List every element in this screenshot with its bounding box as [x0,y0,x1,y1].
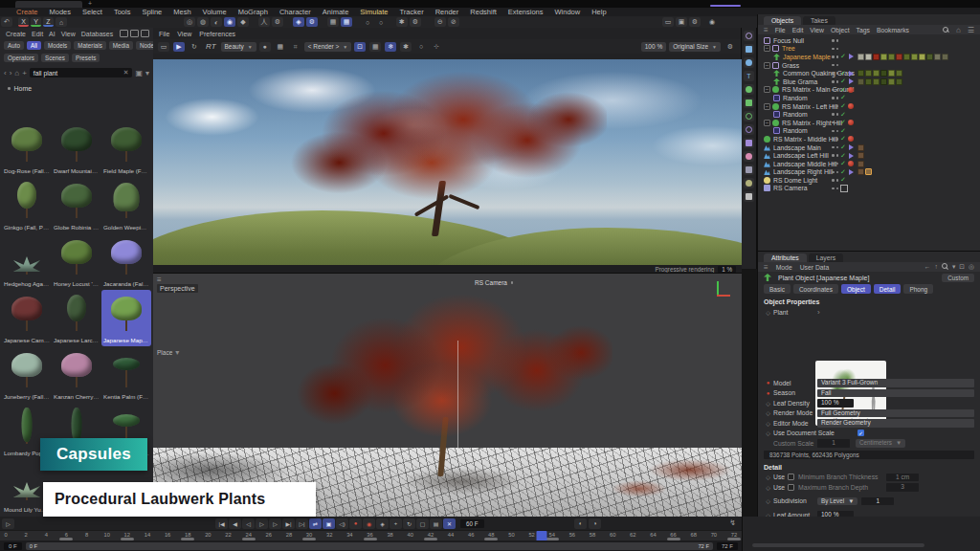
object-tree-row[interactable]: − Focus Null ✓ [758,36,980,45]
menu-item[interactable]: Tools [109,8,136,16]
enabled-check-icon[interactable]: ✓ [840,135,846,143]
filter-icon[interactable]: ▾ [952,263,955,271]
softbody-icon[interactable]: ◐ [211,17,222,27]
object-tree-row[interactable]: − Landscape Middle Hill ✓ [758,160,980,168]
asset-menu-item[interactable]: View [61,31,76,37]
menu-item[interactable]: Select [78,8,107,16]
new-tab-button[interactable]: + [88,0,92,7]
menu-item[interactable]: Help [587,8,611,16]
material-swatches[interactable] [858,70,902,77]
character-icon[interactable]: 人 [258,17,270,27]
redshift-tag-icon[interactable] [848,161,854,166]
cloth-icon[interactable]: ◍ [197,17,209,27]
target-icon[interactable]: ◎ [969,263,974,271]
character-settings-icon[interactable]: ⚙ [272,17,283,27]
forward-icon[interactable]: › [10,69,12,77]
disable-icon[interactable]: ⊘ [448,17,459,27]
asset-filter-tab[interactable]: All [27,41,41,50]
circle-select-icon[interactable]: ○ [415,42,427,52]
key-icon[interactable]: ◇ [766,484,770,491]
render-slot-dropdown[interactable]: < Render >▼ [304,42,351,52]
custom-button[interactable]: Custom [942,274,974,282]
material-swatch[interactable] [858,78,864,85]
visibility-dot-editor[interactable] [832,64,835,67]
key-icon[interactable]: ◇ [766,474,770,480]
material-swatch[interactable] [896,54,902,60]
enabled-check-icon[interactable]: ✓ [840,152,846,160]
render-mode-dropdown[interactable]: Full Geometry [817,409,974,418]
transport-record-auto[interactable]: ◉ [363,518,375,529]
transport-sound[interactable]: ◁) [336,518,348,529]
visibility-dot-render[interactable] [836,154,839,157]
back-icon[interactable]: ‹ [4,69,7,77]
basket-icon[interactable]: ▣ [135,69,143,77]
simulate-gear-icon[interactable]: ⚙ [306,17,318,27]
season-value-dropdown[interactable]: Fall [817,389,974,398]
material-swatch[interactable] [919,54,925,60]
attribute-section-tab[interactable]: Phong [903,284,933,294]
visibility-dot-render[interactable] [836,72,839,75]
tool-icon[interactable] [744,98,754,108]
use-document-scale-checkbox[interactable]: ✓ [858,430,864,436]
plant-asset-item[interactable]: Jacaranda (Fall, Plant) [101,233,151,290]
visibility-dot-render[interactable] [836,121,839,124]
redshift-tag-icon[interactable] [848,103,854,109]
grid-snap-icon[interactable]: ▦ [341,17,352,27]
simulation-scene-icon[interactable]: ◎ [184,17,195,27]
transport-rotation-key[interactable]: ↻ [403,518,415,529]
transport-parameter-key[interactable]: ▤ [430,518,442,529]
expand-icon[interactable]: › [817,308,820,317]
phong-tag-icon[interactable] [849,169,854,175]
clear-search-icon[interactable]: ✕ [123,69,129,77]
visibility-dot-render[interactable] [836,171,839,174]
model-value-dropdown[interactable]: Variant 3 Full-Grown [817,379,974,387]
enabled-check-icon[interactable]: ✓ [840,53,846,60]
transport-position-key[interactable]: + [390,518,402,529]
menu-item[interactable]: Modes [45,8,77,16]
asset-menu-item[interactable]: Edit [32,31,43,37]
rigidbody-icon[interactable]: ◉ [224,17,235,27]
tool-icon[interactable] [744,111,754,121]
attribute-section-tab[interactable]: Detail [874,284,902,294]
redshift-tag-icon[interactable] [848,136,854,142]
menu-item[interactable]: Redshift [465,8,501,16]
tool-icon[interactable] [744,57,754,68]
horizontal-scrollbar[interactable] [752,543,924,547]
tool-icon[interactable] [744,124,754,135]
render-view-menu-item[interactable]: Preferences [199,31,235,37]
enabled-check-icon[interactable]: ✓ [840,160,846,167]
document-tab[interactable] [15,1,82,8]
material-swatches[interactable] [858,54,948,60]
asset-filter-tab[interactable]: Auto [4,41,24,50]
panel-tab-layers[interactable]: Layers [809,253,843,262]
undo-icon[interactable]: ↶ [1,17,12,27]
material-swatch[interactable] [858,161,864,167]
place-tool-label[interactable]: Place ▾ [157,348,179,357]
range-end-handle[interactable]: 72 F [698,543,709,549]
keyframe-button[interactable]: ◑ [589,518,601,529]
transport-clipboard-mode[interactable]: ▣ [323,518,335,529]
viewport-camera-label[interactable]: RS Camera [475,279,513,286]
viewport-menu-icon[interactable]: ≡ [157,276,162,284]
enabled-check-icon[interactable]: ✓ [840,127,846,135]
tool-icon[interactable] [744,138,754,148]
transport-goto-end[interactable]: ▷| [296,518,308,529]
asset-menu-item[interactable]: AI [49,31,56,37]
object-tree-row[interactable]: − Random ✓ [758,94,980,102]
menu-item[interactable]: Render [431,8,464,16]
object-tree-row[interactable]: − Random ✓ [758,127,980,136]
redshift-tag-icon[interactable] [848,87,854,93]
keyframe-dot-icon[interactable]: ● [766,390,770,396]
asset-filter-tab[interactable]: Scenes [41,54,69,62]
material-swatch[interactable] [880,70,887,77]
phong-tag-icon[interactable] [849,54,854,59]
visibility-dot-render[interactable] [836,187,839,190]
timeline-expand-icon[interactable]: ▷ [2,518,14,529]
visibility-dot-editor[interactable] [832,130,835,133]
visibility-dot-render[interactable] [836,113,839,116]
key-icon[interactable]: ◇ [766,430,770,436]
home-icon[interactable]: ⌂ [956,26,961,34]
object-menu-item[interactable]: Bookmarks [877,27,909,33]
visibility-dot-render[interactable] [836,105,839,108]
visibility-dot-render[interactable] [836,64,839,67]
